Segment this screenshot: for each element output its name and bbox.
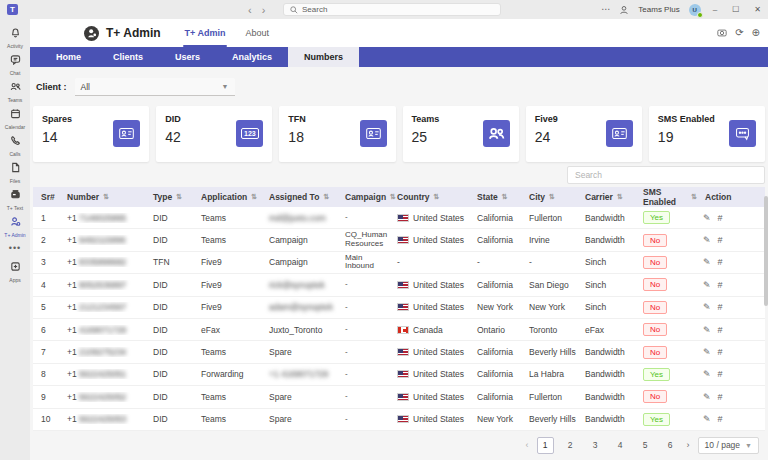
- admin-icon: [10, 213, 21, 231]
- number-settings-icon[interactable]: #: [718, 325, 723, 335]
- edit-icon[interactable]: ✎: [703, 414, 711, 424]
- page-number-6[interactable]: 6: [662, 437, 679, 454]
- column-header-type[interactable]: Type ⇅: [145, 192, 193, 202]
- phone-icon: [10, 132, 21, 150]
- more-options-icon[interactable]: ⋯: [601, 5, 610, 14]
- rail-item-apps[interactable]: Apps: [0, 257, 30, 284]
- sort-icon[interactable]: ⇅: [176, 193, 182, 201]
- edit-icon[interactable]: ✎: [703, 369, 711, 379]
- page-number-2[interactable]: 2: [562, 437, 579, 454]
- table-row[interactable]: 5 +1 2121234567 DID Five9 adam@synoptek …: [33, 297, 765, 319]
- edit-icon[interactable]: ✎: [703, 302, 711, 312]
- account-icon[interactable]: [619, 5, 629, 15]
- table-row[interactable]: 9 +1 5622425052 DID Teams Spare - United…: [33, 386, 765, 408]
- table-row[interactable]: 3 +1 8335898682 TFN Five9 Campaign Main …: [33, 252, 765, 274]
- column-header-carrier[interactable]: Carrier ⇅: [577, 192, 635, 202]
- edit-icon[interactable]: ✎: [703, 392, 711, 402]
- rail-item-label: Files: [10, 178, 21, 184]
- scrollbar-thumb[interactable]: [764, 196, 768, 306]
- rail-item-activity[interactable]: Activity: [0, 23, 30, 50]
- rail-item-chat[interactable]: Chat: [0, 50, 30, 77]
- number-settings-icon[interactable]: #: [718, 392, 723, 402]
- table-row[interactable]: 4 +1 8052536897 DID Five9 rick@synoptek …: [33, 274, 765, 296]
- back-icon[interactable]: ‹: [248, 4, 252, 16]
- number-settings-icon[interactable]: #: [718, 302, 723, 312]
- rail-item-calendar[interactable]: Calendar: [0, 104, 30, 131]
- column-header-sr-[interactable]: Sr#: [33, 192, 59, 202]
- edit-icon[interactable]: ✎: [703, 347, 711, 357]
- refresh-icon[interactable]: ⟳: [735, 28, 743, 38]
- column-header-state[interactable]: State ⇅: [469, 192, 521, 202]
- column-header-sms-enabled[interactable]: SMS Enabled ⇅: [635, 187, 697, 207]
- app-header: T+ Admin T+ AdminAbout ⟳ ⊕: [30, 19, 768, 47]
- edit-icon[interactable]: ✎: [703, 257, 711, 267]
- sort-icon[interactable]: ⇅: [251, 193, 257, 201]
- column-header-assigned-to[interactable]: Assigned To ⇅: [261, 192, 337, 202]
- maximize-button[interactable]: ☐: [729, 5, 742, 14]
- sort-icon[interactable]: ⇅: [103, 193, 109, 201]
- rail-item-calls[interactable]: Calls: [0, 131, 30, 158]
- page-number-1[interactable]: 1: [537, 437, 554, 454]
- page-size-select[interactable]: 10 / page ▼: [698, 437, 759, 454]
- page-number-3[interactable]: 3: [587, 437, 604, 454]
- sort-icon[interactable]: ⇅: [502, 193, 508, 201]
- sms-status-badge: Yes: [643, 211, 670, 224]
- nav-tab-clients[interactable]: Clients: [97, 47, 159, 67]
- global-search-input[interactable]: Search: [283, 3, 501, 16]
- number-settings-icon[interactable]: #: [718, 235, 723, 245]
- page-number-5[interactable]: 5: [637, 437, 654, 454]
- edit-icon[interactable]: ✎: [703, 325, 711, 335]
- page-number-4[interactable]: 4: [612, 437, 629, 454]
- people-icon: [483, 120, 510, 147]
- table-row[interactable]: 2 +1 9492115896 DID Teams Campaign CQ_Hu…: [33, 229, 765, 251]
- column-header-action[interactable]: Action: [697, 192, 735, 202]
- table-row[interactable]: 1 +1 7146025865 DID Teams md@juxto.com -…: [33, 207, 765, 229]
- table-row[interactable]: 7 +1 2109275234 DID Teams Spare - United…: [33, 341, 765, 363]
- sort-icon[interactable]: ⇅: [434, 193, 440, 201]
- number-settings-icon[interactable]: #: [718, 347, 723, 357]
- sort-icon[interactable]: ⇅: [617, 193, 623, 201]
- table-search-input[interactable]: [567, 166, 765, 184]
- column-header-number[interactable]: Number ⇅: [59, 192, 145, 202]
- edit-icon[interactable]: ✎: [703, 235, 711, 245]
- rail-item-files[interactable]: Files: [0, 158, 30, 185]
- minimize-button[interactable]: –: [710, 5, 720, 14]
- close-button[interactable]: ✕: [751, 5, 764, 14]
- forward-icon[interactable]: ›: [262, 4, 266, 16]
- camera-icon[interactable]: [717, 28, 727, 38]
- nav-tab-home[interactable]: Home: [40, 47, 97, 67]
- app-tab-about[interactable]: About: [235, 19, 279, 47]
- column-header-application[interactable]: Application ⇅: [193, 192, 261, 202]
- number-settings-icon[interactable]: #: [718, 280, 723, 290]
- country-flag-icon: [397, 393, 409, 401]
- table-row[interactable]: 8 +1 5622425051 DID Forwarding +1 416907…: [33, 364, 765, 386]
- number-settings-icon[interactable]: #: [718, 369, 723, 379]
- column-header-country[interactable]: Country ⇅: [389, 192, 469, 202]
- column-header-city[interactable]: City ⇅: [521, 192, 577, 202]
- prev-page-icon[interactable]: ‹: [526, 440, 529, 450]
- calendar-icon: [10, 105, 21, 123]
- account-name[interactable]: Teams Plus: [638, 5, 679, 14]
- table-row[interactable]: 6 +1 4169071729 DID eFax Juxto_Toronto -…: [33, 319, 765, 341]
- number-settings-icon[interactable]: #: [718, 213, 723, 223]
- rail-item-t-admin[interactable]: T+ Admin: [0, 212, 30, 239]
- globe-icon[interactable]: ⊕: [752, 28, 760, 38]
- number-settings-icon[interactable]: #: [718, 414, 723, 424]
- avatar[interactable]: U: [689, 4, 701, 16]
- nav-tab-users[interactable]: Users: [159, 47, 216, 67]
- rail-more-icon[interactable]: •••: [0, 239, 30, 257]
- nav-tab-numbers[interactable]: Numbers: [288, 47, 359, 67]
- column-header-campaign[interactable]: Campaign ⇅: [337, 192, 389, 202]
- edit-icon[interactable]: ✎: [703, 280, 711, 290]
- next-page-icon[interactable]: ›: [687, 440, 690, 450]
- sort-icon[interactable]: ⇅: [549, 193, 555, 201]
- table-row[interactable]: 10 +1 5622425053 DID Teams Spare - Unite…: [33, 409, 765, 431]
- rail-item-teams[interactable]: Teams: [0, 77, 30, 104]
- edit-icon[interactable]: ✎: [703, 213, 711, 223]
- sort-icon[interactable]: ⇅: [323, 193, 329, 201]
- nav-tab-analytics[interactable]: Analytics: [216, 47, 288, 67]
- number-settings-icon[interactable]: #: [718, 257, 723, 267]
- rail-item-t-text[interactable]: T+ Text: [0, 185, 30, 212]
- app-tab-t-admin[interactable]: T+ Admin: [175, 19, 236, 47]
- client-filter-select[interactable]: All ▼: [75, 78, 235, 96]
